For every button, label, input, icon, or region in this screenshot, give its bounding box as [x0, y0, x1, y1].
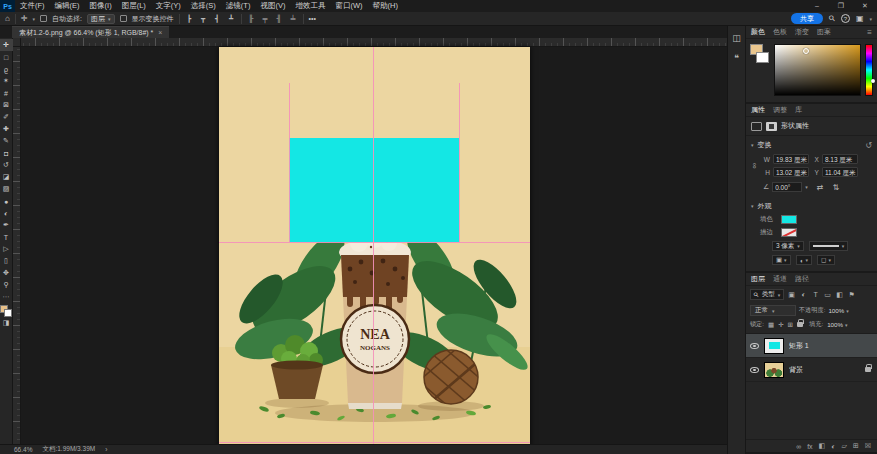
background-color-swatch[interactable]	[756, 52, 769, 63]
filter-pixel-layers-icon[interactable]: ▣	[787, 291, 796, 299]
hand-tool[interactable]: ✥	[0, 267, 13, 279]
tab-libraries[interactable]: 库	[795, 105, 802, 115]
type-tool[interactable]: T	[0, 231, 13, 243]
help-icon[interactable]: ?	[841, 14, 850, 23]
minimize-button[interactable]: –	[805, 0, 829, 12]
delete-layer-icon[interactable]: ☒	[865, 442, 871, 450]
tab-adjustments[interactable]: 调整	[773, 105, 787, 115]
chevron-down-icon[interactable]: ▾	[33, 16, 36, 22]
tab-color[interactable]: 颜色	[751, 27, 765, 37]
menu-plugins[interactable]: 增效工具	[290, 1, 330, 11]
clone-stamp-tool[interactable]: ◘	[0, 147, 13, 159]
lock-artboard-icon[interactable]: ⊞	[788, 321, 793, 329]
workspace-icon[interactable]: ▣	[856, 14, 864, 23]
crop-tool[interactable]: #	[0, 87, 13, 99]
tab-properties[interactable]: 属性	[751, 105, 765, 115]
layer-thumbnail[interactable]	[764, 362, 784, 378]
background-color-swatch[interactable]	[4, 309, 12, 317]
tab-channels[interactable]: 通道	[773, 274, 787, 284]
menu-type[interactable]: 文字(Y)	[151, 1, 186, 11]
lock-transparent-icon[interactable]: ▦	[768, 321, 774, 329]
menu-image[interactable]: 图像(I)	[85, 1, 117, 11]
filter-shape-layers-icon[interactable]: ▭	[823, 291, 832, 299]
healing-brush-tool[interactable]: ✚	[0, 123, 13, 135]
document-canvas[interactable]: NEA NOGANS	[219, 47, 530, 444]
auto-select-dropdown[interactable]: 图层 ▾	[87, 14, 115, 24]
status-chevron-icon[interactable]: ›	[105, 446, 107, 453]
lock-position-icon[interactable]: ✛	[778, 321, 783, 329]
menu-help[interactable]: 帮助(H)	[368, 1, 403, 11]
quick-mask-button[interactable]: ◨	[0, 317, 13, 329]
comments-icon[interactable]: ❝	[734, 53, 739, 63]
marquee-tool[interactable]: □	[0, 51, 13, 63]
vertical-ruler[interactable]	[13, 47, 21, 444]
saturation-brightness-field[interactable]	[774, 44, 861, 96]
blur-tool[interactable]: ●	[0, 195, 13, 207]
zoom-tool[interactable]: ⚲	[0, 279, 13, 291]
chevron-down-icon[interactable]: ▾	[751, 142, 754, 148]
align-bottom-icon[interactable]: ┻	[227, 15, 236, 23]
eyedropper-tool[interactable]: ✐	[0, 111, 13, 123]
rotation-field[interactable]: 0.00°	[772, 182, 802, 192]
frame-tool[interactable]: ⊠	[0, 99, 13, 111]
panels-icon[interactable]: ◫	[732, 33, 741, 43]
tab-swatches[interactable]: 色板	[773, 27, 787, 37]
lasso-tool[interactable]: ϱ	[0, 63, 13, 75]
stroke-cap-dropdown[interactable]: ◖ ▾	[796, 255, 812, 265]
adjustment-layer-icon[interactable]: ◐	[831, 443, 835, 450]
color-picker-ring[interactable]	[803, 48, 809, 54]
opacity-dropdown[interactable]: 100% ▾	[828, 307, 848, 314]
tab-layers[interactable]: 图层	[751, 274, 765, 284]
filter-pin-icon[interactable]: ⚑	[847, 291, 856, 299]
brush-tool[interactable]: ✎	[0, 135, 13, 147]
close-button[interactable]: ✕	[853, 0, 877, 12]
lock-all-icon[interactable]	[797, 322, 803, 327]
history-brush-tool[interactable]: ↺	[0, 159, 13, 171]
menu-filter[interactable]: 滤镜(T)	[221, 1, 256, 11]
home-icon[interactable]: ⌂	[5, 13, 10, 25]
visibility-eye-icon[interactable]	[750, 367, 759, 373]
stroke-corner-dropdown[interactable]: ◻ ▾	[817, 255, 835, 265]
hue-marker[interactable]	[871, 79, 875, 83]
filter-adjustment-layers-icon[interactable]: ◐	[799, 291, 808, 298]
shape-tool[interactable]: ▯	[0, 255, 13, 267]
ruler-corner[interactable]	[13, 38, 21, 47]
tab-paths[interactable]: 路径	[795, 274, 809, 284]
zoom-level[interactable]: 66.4%	[14, 446, 32, 453]
new-layer-icon[interactable]: ⊞	[853, 442, 859, 450]
stroke-color-swatch[interactable]	[781, 228, 797, 237]
filter-type-layers-icon[interactable]: T	[811, 291, 820, 298]
share-button[interactable]: 共享	[791, 13, 823, 24]
layer-thumbnail[interactable]	[764, 338, 784, 354]
align-center-icon[interactable]: ┳	[199, 15, 208, 23]
auto-select-checkbox[interactable]	[40, 15, 47, 22]
flip-horizontal-icon[interactable]: ⇄	[817, 183, 824, 192]
height-field[interactable]: 13.02 厘米	[773, 167, 809, 177]
link-layers-icon[interactable]: ∞	[796, 443, 801, 450]
filter-smart-objects-icon[interactable]: ◧	[835, 291, 844, 299]
align-left-icon[interactable]: ┣	[185, 15, 194, 23]
stroke-style-dropdown[interactable]: ▾	[809, 241, 849, 251]
layer-mask-icon[interactable]: ◧	[819, 442, 826, 450]
close-icon[interactable]: ×	[158, 29, 162, 36]
path-selection-tool[interactable]: ▷	[0, 243, 13, 255]
filter-kind-dropdown[interactable]: ⚲ 类型 ▾	[750, 289, 784, 300]
tab-gradients[interactable]: 渐变	[795, 27, 809, 37]
visibility-eye-icon[interactable]	[750, 343, 759, 349]
gradient-tool[interactable]: ▨	[0, 183, 13, 195]
fill-dropdown[interactable]: 100% ▾	[827, 321, 847, 328]
layer-row-background[interactable]: 背景	[746, 358, 877, 382]
y-field[interactable]: 11.04 厘米	[822, 167, 858, 177]
search-icon[interactable]: ⚲	[827, 13, 838, 24]
more-options-icon[interactable]: •••	[309, 15, 316, 22]
layer-row-rectangle[interactable]: 矩形 1	[746, 334, 877, 358]
move-tool-icon[interactable]: ✛	[21, 13, 28, 25]
flip-vertical-icon[interactable]: ⇅	[832, 183, 839, 192]
layer-lock-icon[interactable]	[865, 367, 871, 372]
x-field[interactable]: 8.13 厘米	[822, 154, 858, 164]
menu-file[interactable]: 文件(F)	[15, 1, 50, 11]
align-right-icon[interactable]: ┫	[213, 15, 222, 23]
dodge-tool[interactable]: ◐	[0, 207, 13, 219]
distribute-left-icon[interactable]: ╟	[247, 15, 256, 22]
menu-edit[interactable]: 编辑(E)	[50, 1, 85, 11]
